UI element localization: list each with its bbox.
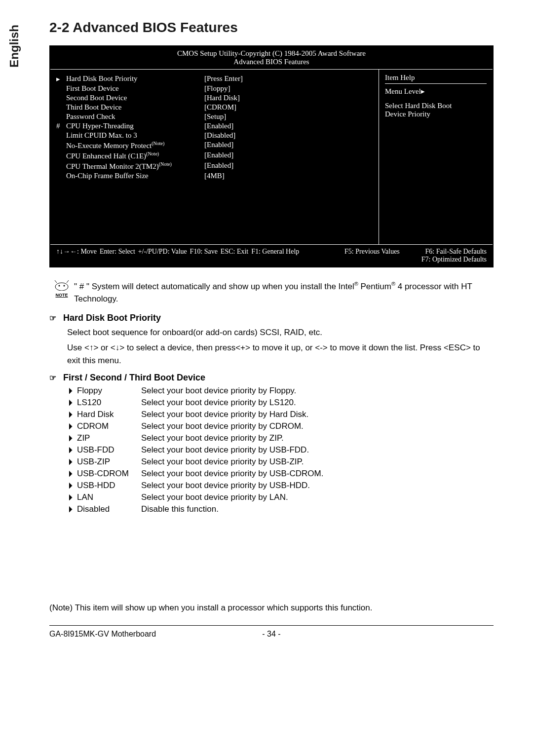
bios-subtitle: Advanced BIOS Features (53, 58, 490, 66)
row-marker (56, 94, 66, 102)
setting-value: [Enabled] (204, 141, 233, 150)
setting-label: First Boot Device (66, 84, 204, 93)
option-desc: Select your boot device priority by Hard… (141, 410, 494, 419)
setting-label: Second Boot Device (66, 94, 204, 102)
footer-page-number: - 34 - (262, 630, 280, 639)
nav-esc: ESC: Exit (221, 248, 248, 256)
option-marker: ⏵ (67, 410, 77, 419)
row-marker (56, 172, 66, 180)
option-desc: Select your boot device priority by LAN. (141, 492, 494, 502)
option-desc: Select your boot device priority by USB-… (141, 457, 494, 467)
boot-option-row: ⏵LANSelect your boot device priority by … (67, 492, 494, 502)
bios-setting-row: Password Check[Setup] (56, 113, 373, 121)
language-label: English (7, 25, 21, 68)
setting-label: No-Execute Memory Protect(Note) (66, 141, 204, 150)
setting-label: CPU Hyper-Threading (66, 122, 204, 130)
nav-enter: Enter: Select (100, 248, 135, 256)
nav-f7: F7: Optimized Defaults (421, 256, 487, 264)
option-label: Floppy (77, 386, 141, 396)
setting-value: [Setup] (204, 113, 226, 121)
option-desc: Select your boot device priority by USB-… (141, 469, 494, 479)
bios-setting-row: First Boot Device[Floppy] (56, 84, 373, 93)
footer-model: GA-8I915MK-GV Motherboard (49, 630, 262, 639)
nav-f10: F10: Save (190, 248, 218, 256)
option-desc: Disable this function. (141, 504, 494, 514)
option-marker: ⏵ (67, 481, 77, 491)
boot-option-row: ⏵USB-FDDSelect your boot device priority… (67, 445, 494, 455)
setting-value: [CDROM] (204, 103, 236, 112)
setting-label: Third Boot Device (66, 103, 204, 112)
bios-setting-row: CPU Enhanced Halt (C1E)(Note)[Enabled] (56, 151, 373, 160)
pointer-icon: ☞ (49, 373, 60, 382)
option-label: USB-FDD (77, 445, 141, 455)
bios-header: CMOS Setup Utility-Copyright (C) 1984-20… (50, 46, 493, 69)
page-footer: GA-8I915MK-GV Motherboard - 34 - (49, 625, 494, 639)
menu-level: Menu Level▸ (385, 87, 487, 96)
setting-value: [Hard Disk] (204, 94, 240, 102)
boot-option-row: ⏵DisabledDisable this function. (67, 504, 494, 514)
bios-setting-row: No-Execute Memory Protect(Note)[Enabled] (56, 141, 373, 150)
option-label: USB-ZIP (77, 457, 141, 467)
boot-device-header: ☞ First / Second / Third Boot Device (49, 373, 494, 383)
hard-disk-boot-desc-1: Select boot sequence for onboard(or add-… (67, 326, 494, 339)
item-help-title: Item Help (385, 74, 487, 84)
setting-value: [Enabled] (204, 151, 233, 160)
bios-setting-row: ▸Hard Disk Boot Priority[Press Enter] (56, 75, 373, 83)
svg-point-1 (59, 285, 60, 287)
option-marker: ⏵ (67, 445, 77, 455)
nav-f1: F1: General Help (251, 248, 299, 256)
row-marker: # (56, 122, 66, 130)
side-tab: English (0, 0, 30, 658)
option-label: Hard Disk (77, 410, 141, 419)
setting-label: CPU Enhanced Halt (C1E)(Note) (66, 151, 204, 160)
boot-option-row: ⏵LS120Select your boot device priority b… (67, 398, 494, 408)
boot-option-row: ⏵FloppySelect your boot device priority … (67, 386, 494, 396)
setting-value: [Disabled] (204, 131, 235, 140)
row-marker: ▸ (56, 75, 66, 83)
option-desc: Select your boot device priority by Flop… (141, 386, 494, 396)
setting-value: [Press Enter] (204, 75, 243, 83)
option-marker: ⏵ (67, 398, 77, 408)
option-label: USB-HDD (77, 481, 141, 491)
row-marker (56, 103, 66, 112)
svg-point-0 (55, 283, 68, 291)
setting-label: On-Chip Frame Buffer Size (66, 172, 204, 180)
row-marker (56, 161, 66, 171)
setting-label: CPU Thermal Monitor 2(TM2)(Note) (66, 161, 204, 171)
option-marker: ⏵ (67, 469, 77, 479)
help-text-1: Select Hard Disk Boot (385, 102, 487, 110)
nav-move: ↑↓→←: Move (56, 248, 97, 256)
boot-option-row: ⏵CDROMSelect your boot device priority b… (67, 421, 494, 431)
bios-setting-row: Limit CPUID Max. to 3[Disabled] (56, 131, 373, 140)
setting-value: [4MB] (204, 172, 225, 180)
row-marker (56, 131, 66, 140)
footnote: (Note) This item will show up when you i… (49, 603, 494, 613)
row-marker (56, 113, 66, 121)
bios-help-panel: Item Help Menu Level▸ Select Hard Disk B… (379, 70, 493, 244)
option-label: ZIP (77, 433, 141, 443)
option-desc: Select your boot device priority by LS12… (141, 398, 494, 408)
hard-disk-boot-header: ☞ Hard Disk Boot Priority (49, 313, 494, 323)
boot-option-row: ⏵USB-CDROMSelect your boot device priori… (67, 469, 494, 479)
option-label: LS120 (77, 398, 141, 408)
note-text: " # " System will detect automatically a… (74, 280, 494, 305)
nav-pupd: +/-/PU/PD: Value (138, 248, 187, 256)
option-desc: Select your boot device priority by CDRO… (141, 421, 494, 431)
bios-setting-row: Second Boot Device[Hard Disk] (56, 94, 373, 102)
bios-setting-row: CPU Thermal Monitor 2(TM2)(Note)[Enabled… (56, 161, 373, 171)
nav-f5: F5: Previous Values (344, 248, 400, 256)
row-marker (56, 151, 66, 160)
boot-option-row: ⏵USB-ZIPSelect your boot device priority… (67, 457, 494, 467)
setting-label: Hard Disk Boot Priority (66, 75, 204, 83)
option-marker: ⏵ (67, 386, 77, 396)
option-label: USB-CDROM (77, 469, 141, 479)
hard-disk-boot-desc-2: Use <↑> or <↓> to select a device, then … (67, 341, 494, 367)
note-face-icon (54, 280, 70, 291)
note-label: NOTE (49, 293, 74, 298)
option-desc: Select your boot device priority by USB-… (141, 481, 494, 491)
option-desc: Select your boot device priority by USB-… (141, 445, 494, 455)
boot-option-row: ⏵USB-HDDSelect your boot device priority… (67, 481, 494, 491)
bios-footer: ↑↓→←: Move Enter: Select +/-/PU/PD: Valu… (50, 244, 493, 266)
svg-point-2 (64, 285, 65, 287)
setting-label: Password Check (66, 113, 204, 121)
